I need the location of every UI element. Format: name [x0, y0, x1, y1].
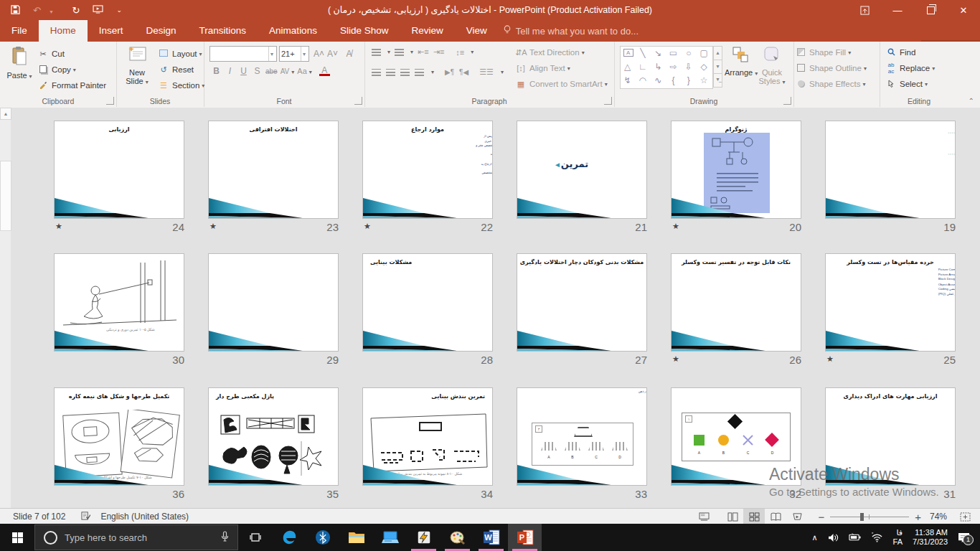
convert-smartart-button[interactable]: ▦Convert to SmartArt▾ — [515, 76, 608, 92]
right-arrow-shape-icon[interactable]: ⇨ — [666, 60, 680, 72]
gallery-more-icon[interactable]: ▼̲ — [713, 74, 722, 88]
tab-insert[interactable]: Insert — [88, 20, 135, 42]
align-right-icon[interactable] — [400, 69, 410, 76]
justify-icon[interactable] — [415, 69, 424, 76]
scroll-up-icon[interactable]: ▲ — [0, 108, 11, 120]
fit-to-window-icon[interactable] — [954, 509, 976, 524]
strikethrough-button[interactable]: abe — [265, 67, 278, 75]
zoom-slider-thumb[interactable] — [860, 513, 864, 521]
align-center-icon[interactable] — [386, 69, 395, 76]
clock[interactable]: 11:38 AM7/31/2023 — [913, 528, 948, 547]
shape-effects-button[interactable]: Shape Effects▾ — [795, 76, 867, 92]
wifi-icon[interactable]: * — [871, 532, 883, 542]
line-spacing-icon[interactable]: ↕≡ — [456, 48, 464, 57]
font-color-button[interactable]: A — [319, 67, 330, 76]
spellcheck-icon[interactable] — [81, 511, 90, 522]
elbow-arrow-shape-icon[interactable]: ↳ — [651, 60, 665, 72]
textbox-shape-icon[interactable]: A — [623, 49, 633, 57]
shapes-gallery-scroll[interactable]: ▲ ▼ ▼̲ — [713, 46, 722, 88]
curve-shape-icon[interactable]: ∿ — [651, 75, 665, 87]
select-button[interactable]: Select▾ — [885, 76, 935, 92]
rectangle-shape-icon[interactable]: ▭ — [666, 47, 680, 59]
decrease-font-icon[interactable]: A˅ — [327, 49, 338, 59]
format-painter-button[interactable]: Format Painter — [37, 77, 106, 93]
slideshow-view-button[interactable] — [786, 509, 808, 524]
diamond-shape-icon[interactable]: ◇ — [697, 60, 711, 72]
italic-button[interactable]: I — [225, 66, 235, 76]
slide-thumbnail[interactable]: خرده مقیاس‌ها در تست وکسلر‹ اطلاعات Info… — [825, 253, 956, 352]
task-view-button[interactable] — [238, 524, 272, 551]
font-size-combo[interactable]: 21+▾ — [279, 46, 309, 62]
drawing-dialog-launcher[interactable] — [783, 97, 791, 105]
collapse-ribbon-icon[interactable]: ⌃ — [969, 97, 974, 105]
tab-slideshow[interactable]: Slide Show — [329, 20, 400, 42]
notes-button[interactable] — [693, 509, 715, 524]
underline-button[interactable]: U — [238, 66, 249, 76]
reset-button[interactable]: ↺Reset — [158, 62, 204, 77]
slide-thumbnail[interactable]: موارد ارجاع‹صرع پیچیده، رشد زبان، مهارت … — [362, 121, 493, 219]
shapes-gallery[interactable]: A ╲ ↘ ▭ ○ ▢ △ ∟ ↳ ⇨ ⇩ ◇ ↯ ◠ ∿ { } ☆ — [620, 46, 713, 89]
bold-button[interactable]: B — [211, 66, 222, 76]
align-text-button[interactable]: [↕]Align Text▾ — [515, 60, 608, 76]
battery-icon[interactable] — [849, 533, 861, 542]
slide-thumbnail[interactable]: شکل ۵-۱۰ تمرین دوری و نزدیکی — [54, 253, 184, 352]
action-center-icon[interactable]: 1 — [958, 532, 970, 543]
tab-view[interactable]: View — [455, 20, 499, 42]
zoom-out-icon[interactable]: − — [818, 511, 824, 523]
slide-sorter-view-button[interactable] — [743, 509, 765, 524]
tab-file[interactable]: File — [0, 20, 39, 42]
font-dialog-launcher[interactable] — [354, 97, 362, 105]
right-brace-shape-icon[interactable]: } — [682, 75, 695, 87]
layout-button[interactable]: Layout▾ — [158, 46, 204, 62]
tab-transitions[interactable]: Transitions — [188, 20, 258, 42]
clear-formatting-icon[interactable]: A̸ — [344, 49, 354, 59]
new-slide-button[interactable]: New Slide▾ — [121, 44, 154, 86]
start-button[interactable] — [0, 524, 34, 551]
paint-icon[interactable] — [440, 524, 474, 551]
scrollbar-thumb[interactable] — [0, 161, 11, 231]
normal-view-button[interactable] — [722, 509, 743, 524]
left-brace-shape-icon[interactable]: { — [666, 75, 680, 87]
copy-button[interactable]: Copy▾ — [37, 62, 106, 77]
numbering-icon[interactable] — [395, 49, 404, 56]
volume-icon[interactable] — [828, 533, 839, 542]
oval-shape-icon[interactable]: ○ — [682, 47, 695, 59]
zoom-slider[interactable] — [830, 517, 909, 517]
rtl-icon[interactable]: ¶◀ — [459, 68, 468, 76]
paste-button[interactable]: Paste▾ — [3, 44, 36, 80]
line-shape-icon[interactable]: ╲ — [636, 47, 649, 59]
tab-design[interactable]: Design — [135, 20, 188, 42]
scribble-shape-icon[interactable]: ↯ — [621, 75, 634, 87]
change-case-button[interactable]: Aa▾ — [297, 67, 311, 75]
restore-button[interactable] — [914, 0, 947, 20]
columns-icon[interactable]: ☰☰ — [479, 67, 494, 77]
slide-thumbnail[interactable]: تمرین بندش بیناییشکل ۱۰-۸ نمونه مربوط به… — [362, 387, 493, 486]
character-spacing-button[interactable]: AV▾ — [281, 67, 295, 75]
shape-fill-button[interactable]: Shape Fill▾ — [795, 44, 867, 60]
close-button[interactable]: ✕ — [947, 0, 980, 20]
bluetooth-icon[interactable] — [306, 524, 339, 551]
ribbon-display-options-icon[interactable] — [848, 0, 881, 20]
decrease-indent-icon[interactable]: ⇤≡ — [418, 47, 429, 57]
gallery-down-icon[interactable]: ▼ — [713, 60, 722, 74]
tell-me-box[interactable]: Tell me what you want to do... — [503, 20, 639, 42]
taskbar-search-input[interactable]: Type here to search — [34, 524, 238, 550]
slide-thumbnail[interactable]: ارزیابی‹آزمونهای غربالگری احساسیت شنوایی… — [54, 121, 184, 219]
slide-thumbnail[interactable]: مشکلات بینایی‹دوربینی و نزدیک بینی‹تنبلی… — [362, 253, 493, 352]
increase-indent-icon[interactable]: ⇥≡ — [433, 47, 445, 57]
zoom-level[interactable]: 74% — [930, 512, 947, 522]
bullets-icon[interactable] — [372, 49, 381, 56]
tab-home[interactable]: Home — [39, 20, 88, 42]
slide-thumbnail[interactable]: ‹استفاده از محافظ چشم‹میله تقارب با نخ ق… — [208, 253, 339, 352]
arrow-shape-icon[interactable]: ↘ — [651, 47, 665, 59]
slide-thumbnail[interactable]: تکمیل طرحها و شکل های نیمه کارهشکل ۱۰-۷ … — [54, 387, 184, 486]
shape-outline-button[interactable]: Shape Outline▾ — [795, 60, 867, 76]
language-indicator[interactable]: English (United States) — [100, 512, 189, 522]
slide-thumbnail[interactable]: ‹۳) تکمیل دیداری: توانایی تشخیص نیمی اشک… — [517, 387, 647, 486]
arc-shape-icon[interactable]: ◠ — [636, 75, 649, 87]
increase-font-icon[interactable]: A˄ — [314, 49, 324, 59]
arrange-button[interactable]: Arrange▾ — [725, 44, 756, 77]
ltr-icon[interactable]: ▶¶ — [445, 68, 454, 76]
elbow-shape-icon[interactable]: ∟ — [636, 60, 649, 72]
shadow-button[interactable]: S — [252, 66, 263, 76]
